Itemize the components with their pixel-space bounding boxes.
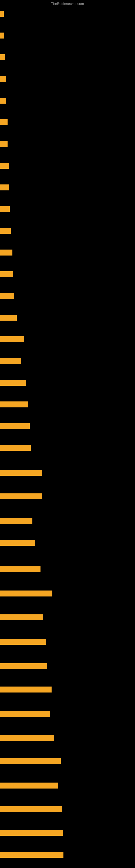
- bar-row: Bottle: [0, 271, 13, 277]
- bar-label: Bottle: [0, 250, 12, 255]
- bar-label: Bot: [0, 98, 6, 104]
- bar-row: Bottleneck result: [0, 711, 50, 717]
- bar-row: B: [0, 11, 4, 17]
- bar-label: Bottleneck result: [0, 423, 30, 429]
- bar-label: Bottl: [0, 228, 11, 234]
- bar-row: Bottlen: [0, 293, 14, 299]
- bar-row: Bottleneck result: [0, 614, 43, 620]
- bar-label: Bottleneck result: [0, 380, 26, 386]
- bar-label: Bott: [0, 184, 9, 190]
- bar-label: Bottleneck result: [0, 445, 31, 451]
- bar-row: Bottleneck result: [0, 663, 47, 669]
- bar-row: Bottleneck result: [0, 380, 26, 386]
- bar-label: Bo: [0, 54, 5, 60]
- bar-row: Bott: [0, 206, 10, 212]
- bar-label: Bottleneck result: [0, 566, 41, 572]
- bar-row: Bottleneck: [0, 315, 17, 321]
- bar-label: Bottle: [0, 271, 13, 277]
- bar-label: Bottleneck result: [0, 735, 54, 741]
- bar-label: Bottleneck result: [0, 663, 47, 669]
- bar-row: Bottleneck result: [0, 758, 61, 764]
- bar-label: Bottlen: [0, 293, 14, 299]
- bar-label: Bottleneck result: [0, 470, 42, 476]
- bar-label: Bottleneck r: [0, 358, 21, 364]
- bar-row: Bottleneck result: [0, 401, 28, 407]
- bar-label: Bottleneck result: [0, 686, 52, 692]
- bar-label: Bottleneck result: [0, 758, 61, 764]
- bar-row: Bottleneck resu: [0, 518, 32, 524]
- bar-row: Bottleneck result: [0, 806, 62, 812]
- bar-row: Bottleneck result: [0, 540, 35, 546]
- bar-label: Bottleneck result: [0, 830, 63, 836]
- bar-row: Bottleneck result: [0, 639, 46, 645]
- bar-row: Bo: [0, 33, 4, 38]
- bar-label: Bottleneck: [0, 315, 17, 321]
- bar-label: Bottleneck resu: [0, 518, 32, 524]
- bar-row: Bottleneck resu: [0, 336, 24, 342]
- bar-label: Bot: [0, 141, 8, 147]
- bar-row: Bottleneck result: [0, 735, 54, 741]
- bar-row: Bottleneck result: [0, 470, 42, 476]
- bar-row: Bott: [0, 184, 9, 190]
- bar-label: Bottleneck result: [0, 806, 62, 812]
- bar-row: Bottleneck result: [0, 686, 52, 692]
- bar-row: Bott: [0, 119, 8, 125]
- bar-label: Bottleneck result: [0, 711, 50, 717]
- bar-row: Bottleneck result: [0, 493, 42, 499]
- bar-label: Bottleneck result: [0, 782, 58, 788]
- bar-row: Bottleneck result: [0, 830, 63, 836]
- bar-row: Bo: [0, 54, 5, 60]
- bar-row: Bottleneck r: [0, 358, 21, 364]
- bar-label: Bottleneck result: [0, 540, 35, 546]
- bar-row: Bottleneck result: [0, 590, 52, 596]
- bar-row: Bot: [0, 98, 6, 104]
- bar-row: Bot: [0, 141, 8, 147]
- bar-row: Bottl: [0, 228, 11, 234]
- bar-label: Bottleneck result: [0, 639, 46, 645]
- bar-row: Bottleneck result: [0, 782, 58, 788]
- bar-label: Bottleneck result: [0, 852, 63, 858]
- bar-label: Bot: [0, 76, 6, 82]
- bar-row: Bott: [0, 163, 9, 169]
- bar-label: Bottleneck result: [0, 401, 28, 407]
- bar-row: Bottle: [0, 250, 12, 255]
- bar-label: Bottleneck result: [0, 590, 52, 596]
- bar-row: Bottleneck result: [0, 423, 30, 429]
- bar-label: Bottleneck result: [0, 493, 42, 499]
- bar-row: Bottleneck result: [0, 445, 31, 451]
- bar-label: Bott: [0, 163, 9, 169]
- bar-row: Bot: [0, 76, 6, 82]
- bar-label: Bo: [0, 33, 4, 38]
- bar-row: Bottleneck result: [0, 852, 63, 858]
- bar-label: Bott: [0, 206, 10, 212]
- bar-row: Bottleneck result: [0, 566, 41, 572]
- bar-label: Bottleneck result: [0, 614, 43, 620]
- site-title: TheBottlenecker.com: [0, 0, 135, 8]
- bar-label: Bottleneck resu: [0, 336, 24, 342]
- bar-label: Bott: [0, 119, 8, 125]
- bar-label: B: [0, 11, 4, 17]
